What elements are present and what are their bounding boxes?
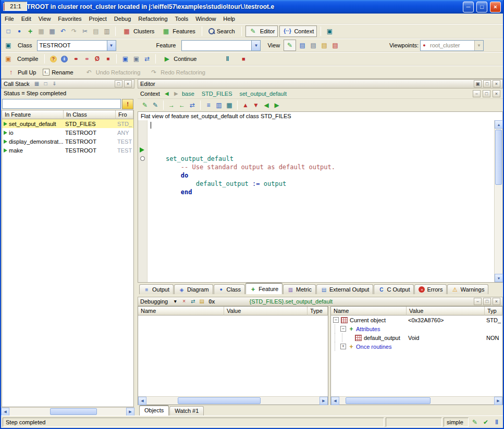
scroll-left-icon[interactable]: ◀: [331, 397, 339, 405]
chevron-down-icon[interactable]: ▼: [107, 41, 116, 51]
call-stack-row[interactable]: ioTESTROOTANY: [2, 128, 133, 137]
callers-icon[interactable]: →: [167, 101, 176, 110]
tree-expander-icon[interactable]: −: [333, 317, 339, 323]
stack-depth-input[interactable]: [2, 99, 121, 109]
menu-tools[interactable]: Tools: [171, 14, 192, 23]
cancel-compilation-icon[interactable]: Ø: [92, 55, 102, 64]
editor-gutter[interactable]: [138, 120, 147, 282]
close-pane-icon[interactable]: ×: [493, 90, 500, 97]
scroll-track[interactable]: [9, 408, 126, 415]
scroll-thumb[interactable]: [50, 408, 97, 415]
project-settings-icon[interactable]: ▣: [4, 55, 13, 64]
hex-toggle[interactable]: 0x: [207, 298, 216, 305]
compile-button[interactable]: Compile: [15, 53, 41, 65]
external-commands-icon[interactable]: ▣: [325, 27, 334, 36]
info-icon[interactable]: i: [59, 55, 69, 64]
column-header-fro[interactable]: Fro: [116, 110, 133, 119]
context-path-item[interactable]: set_output_default: [239, 91, 287, 97]
tab-diagram[interactable]: ◈Diagram: [174, 284, 213, 294]
pull-up-button[interactable]: ↑ Pull Up: [4, 67, 39, 78]
column-header-in-class[interactable]: In Class: [64, 110, 116, 119]
object-tree-row[interactable]: ++Once routines: [331, 342, 502, 351]
object-tools-icon[interactable]: ▣: [120, 55, 130, 64]
close-pane-icon[interactable]: ×: [493, 298, 500, 305]
menu-window[interactable]: Window: [192, 14, 219, 23]
back-icon[interactable]: ◀: [163, 90, 170, 97]
refresh-debug-icon[interactable]: ⇄: [142, 55, 152, 64]
flat-view-icon[interactable]: ▤: [309, 41, 318, 50]
minimize-pane-icon[interactable]: −: [474, 298, 482, 305]
save-call-stack-icon[interactable]: ▦: [33, 81, 41, 87]
melt-icon[interactable]: ●●: [70, 55, 80, 64]
minimize-pane-icon[interactable]: −: [473, 90, 481, 97]
viewpoints-combobox[interactable]: ● root_cluster ▼: [420, 40, 484, 51]
paste-icon[interactable]: ▥: [102, 27, 112, 36]
tab-output[interactable]: ≡Output: [139, 284, 174, 294]
tab-watch-1[interactable]: Watch #1: [169, 406, 204, 415]
menu-help[interactable]: Help: [219, 14, 239, 23]
context-tool-button[interactable]: {··} Context: [279, 26, 317, 37]
column-header-name[interactable]: Name: [331, 307, 407, 316]
menu-file[interactable]: File: [1, 14, 18, 23]
scroll-right-icon[interactable]: ▶: [494, 397, 502, 405]
context-path-item[interactable]: base: [182, 91, 194, 97]
tab-metric[interactable]: ▥Metric: [283, 284, 316, 294]
objects-table-body[interactable]: −Current object<0x32A8760>STD_−+Attribut…: [331, 316, 502, 396]
undo-icon[interactable]: ↶: [58, 27, 68, 36]
tab-external-output[interactable]: ▤External Output: [316, 284, 373, 294]
tab-feature[interactable]: +Feature: [245, 283, 282, 294]
menu-edit[interactable]: Edit: [18, 14, 35, 23]
basic-view-button[interactable]: ✎: [284, 40, 296, 51]
close-pane-icon[interactable]: ×: [124, 80, 132, 87]
tab-objects[interactable]: Objects: [139, 405, 169, 415]
interface-view-icon[interactable]: ▤: [330, 41, 340, 50]
dock-pane-icon[interactable]: ⇓: [51, 81, 58, 87]
save-all-icon[interactable]: ▦: [47, 27, 57, 36]
chevron-down-icon[interactable]: ▾: [171, 298, 179, 305]
watch-hscrollbar[interactable]: ◀ ▶: [138, 396, 328, 405]
close-button[interactable]: ×: [490, 2, 501, 12]
freeze-icon[interactable]: ●●: [81, 55, 91, 64]
ancestors-icon[interactable]: ▲: [241, 101, 250, 110]
call-stack-hscrollbar[interactable]: ◀ ▶: [1, 407, 134, 415]
tab-c-output[interactable]: CC Output: [374, 284, 414, 294]
rename-button[interactable]: I.. Rename: [40, 67, 76, 78]
cut-icon[interactable]: ✂: [80, 27, 90, 36]
creators-icon[interactable]: ▦: [225, 101, 234, 110]
scroll-right-icon[interactable]: ▶: [319, 397, 328, 405]
refresh-icon[interactable]: ⇄: [189, 298, 196, 305]
column-header-name[interactable]: Name: [138, 307, 224, 316]
system-windows-icon[interactable]: ▣: [131, 55, 141, 64]
maximize-pane-icon[interactable]: □: [483, 80, 491, 87]
call-stack-row[interactable]: set_output_defaultSTD_FILESSTD_: [2, 119, 133, 128]
menu-refactoring[interactable]: Refactoring: [134, 14, 171, 23]
close-pane-icon[interactable]: ×: [493, 80, 500, 87]
scroll-right-icon[interactable]: ▶: [126, 408, 134, 416]
clickable-view-icon[interactable]: ▤: [298, 41, 307, 50]
column-header-value[interactable]: Value: [407, 307, 485, 316]
watch-table-body[interactable]: [138, 316, 328, 396]
callees-icon[interactable]: ←: [177, 101, 187, 110]
forward-icon[interactable]: ▶: [173, 90, 180, 97]
redo-refactoring-button[interactable]: ↷ Redo Refactoring: [146, 67, 208, 78]
copy-icon[interactable]: ▤: [91, 27, 101, 36]
float-pane-icon[interactable]: □: [42, 81, 50, 87]
chevron-down-icon[interactable]: ▼: [251, 41, 260, 51]
descendants-icon[interactable]: ▼: [251, 101, 261, 110]
undo-refactoring-button[interactable]: ↶ Undo Refactoring: [82, 67, 143, 78]
feature-combobox[interactable]: ▼: [181, 40, 261, 51]
call-stack-row[interactable]: display_demonstrat...TESTROOTTEST: [2, 137, 133, 146]
search-button[interactable]: Search: [206, 26, 238, 37]
tree-expander-icon[interactable]: +: [340, 344, 346, 349]
edit-feature-icon[interactable]: ✎: [140, 101, 150, 110]
breakpoint-slot-icon[interactable]: [140, 156, 145, 161]
exception-details-button[interactable]: !: [122, 99, 133, 109]
float-pane-icon[interactable]: ▣: [474, 80, 482, 87]
implementers-icon[interactable]: ⇄: [188, 101, 197, 110]
tree-expander-icon[interactable]: −: [340, 326, 346, 332]
maximize-pane-icon[interactable]: □: [483, 90, 490, 97]
add-item-icon[interactable]: +: [26, 27, 35, 36]
continue-button[interactable]: ▶ Continue: [159, 53, 199, 65]
clients-icon[interactable]: ◀: [262, 101, 271, 110]
open-file-icon[interactable]: ●: [15, 27, 24, 36]
